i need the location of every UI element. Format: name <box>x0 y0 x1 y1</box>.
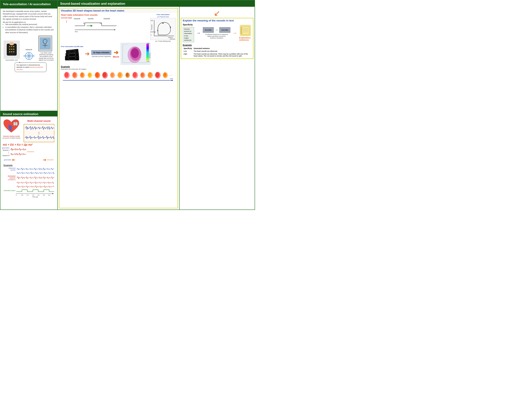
est-states-label: Estimated states <box>4 190 15 191</box>
cardiac-cycle-svg: Diastole S1 Systole S2 Diastole <box>73 17 119 33</box>
viz-title: Visualize 3D heart shapes based on the h… <box>61 9 176 12</box>
bullet-1: Tele-auscultation (by medical personnel) <box>5 23 55 26</box>
desired-amount-text: Desired amount of information in the out… <box>184 28 193 41</box>
vest-svg <box>4 42 20 58</box>
explain-title: Explain the meaning of the sounds in tex… <box>183 19 251 22</box>
current-state-arrow: ↓ <box>66 19 68 23</box>
svg-point-93 <box>73 72 76 77</box>
shape-est-area: 3D shape estimation Gaussian process reg… <box>91 50 111 57</box>
viz-header: Visualize 3D heart shapes based on the h… <box>59 8 178 13</box>
svg-point-4 <box>13 46 14 47</box>
svg-text:150: 150 <box>151 20 153 21</box>
svg-marker-53 <box>114 29 115 30</box>
svg-point-9 <box>11 51 12 52</box>
est-arrow-icon: ➜ <box>43 157 46 163</box>
scroll-svg <box>240 25 250 35</box>
svg-point-95 <box>80 73 83 77</box>
tablet-image <box>38 36 52 51</box>
example-section-left: Example Observed sounds <box>2 163 56 199</box>
encoder-label: Encoder <box>205 29 212 31</box>
arrow-row: generation ➜ ➜ estimation <box>2 157 56 163</box>
row1-spec: Low: <box>183 50 193 52</box>
chart-container: Observed sounds <box>4 167 54 198</box>
estimated-shapes-label: Estimated left ventricular 3D shapes <box>61 68 176 70</box>
sourceN-label: Source N <box>2 155 9 157</box>
source-wave-1 <box>10 148 26 151</box>
down-arrow-icon: ↙ <box>214 9 220 17</box>
arrow-to-shape: ➜ <box>85 51 90 57</box>
tele-content: We developed a wearable sensor array sys… <box>0 8 57 111</box>
right-left-col: Visualize 3D heart shapes based on the h… <box>58 7 179 210</box>
est-wave-2 <box>16 181 54 185</box>
prior-info-1-label: (1) Physical laws <box>157 16 169 18</box>
tele-images: Examination vest Network <box>3 36 55 61</box>
svg-text:1.5: 1.5 <box>32 195 34 196</box>
svg-point-91 <box>65 72 68 77</box>
network-label: Network <box>26 49 32 51</box>
svg-text:Diastole: Diastole <box>104 18 110 20</box>
viz-section: Visualize 3D heart shapes based on the h… <box>59 8 178 208</box>
explain-body: Specificity Desired amount of informatio… <box>181 23 253 43</box>
scroll-output <box>240 25 251 36</box>
multichannel-wave-2 <box>25 135 54 140</box>
svg-text:Low: Low <box>147 61 150 62</box>
sound-source-body: Valvular motion model (a source of heart… <box>0 116 57 210</box>
right-panel: Sound-based visualization and explanatio… <box>58 0 255 210</box>
multichannel-label: Multi-channel sound <box>27 120 51 122</box>
est-wave-3 <box>16 185 54 188</box>
equation: mü + Dú + Ku = Δp πa² <box>3 143 56 146</box>
enc-dec-area: Encoder → Decoder Conditional sequence-t… <box>203 27 231 39</box>
est-source-row-label: Estimated sources (oscillators) <box>4 175 54 180</box>
example-title-left: Example <box>4 164 54 166</box>
svg-text:150 [ml]: 150 [ml] <box>170 38 175 40</box>
orange-arrow-output: → <box>232 30 237 36</box>
est-source-row-2 <box>4 181 54 185</box>
col1-header: Specificity <box>183 47 193 50</box>
svg-point-6 <box>11 49 12 50</box>
table-row-low: Low: The heart sounds are abnormal. <box>183 50 251 52</box>
decoder-box: Decoder <box>219 27 230 33</box>
svg-point-2 <box>9 46 10 47</box>
svg-marker-34 <box>52 193 53 194</box>
est-arrow-label: estimation <box>47 159 54 161</box>
svg-rect-21 <box>40 38 51 49</box>
pv-note: (ex. Frank-Starling low) <box>155 40 171 42</box>
blue-arrow-icon: → <box>196 30 201 36</box>
osc-label: (oscillators) <box>4 179 15 180</box>
sound-source-title: Sound source estimation <box>3 112 55 116</box>
dots-sources: ⋮ <box>7 152 9 154</box>
source-wave-2 <box>10 152 26 156</box>
arrow-to-shape-icon: ➜ <box>85 51 90 57</box>
svg-point-105 <box>118 72 121 77</box>
right-title: Sound-based visualization and explanatio… <box>60 2 252 6</box>
example-explain: Example Specificity Generated sentence <box>181 43 253 59</box>
est-wave-1 <box>16 176 54 180</box>
svg-text:Systole: Systole <box>88 18 94 20</box>
gen-label-1: generation <box>2 147 9 149</box>
svg-point-117 <box>163 73 166 77</box>
svg-point-113 <box>148 72 152 77</box>
movie-label: Movie <box>113 56 119 58</box>
source1-label: Source 1 <box>3 149 9 151</box>
caption-label: Conditional sequence-to-sequence caption… <box>205 34 228 39</box>
current-state-area: Current state ↓ Diastole S1 <box>61 17 149 33</box>
lower-viz: Example Estimated left ventricular 3D sh… <box>59 66 178 84</box>
arrow-to-movie: ➜ Movie <box>113 50 119 58</box>
svg-text:3.0: 3.0 <box>48 195 50 196</box>
svg-text:S1: S1 <box>83 22 85 24</box>
heart-3d-svg: High Low Pressure <box>121 43 150 65</box>
svg-text:Diastole: Diastole <box>74 18 80 20</box>
explain-section: Explain the meaning of the sounds in tex… <box>181 18 253 59</box>
valvular-sub: (a source of heart sound) <box>2 137 21 139</box>
svg-point-103 <box>111 73 114 77</box>
network-icon <box>23 51 35 61</box>
multichannel-wave-1 <box>25 125 54 131</box>
gen-arrow-icon: ➜ <box>12 157 15 163</box>
svg-point-99 <box>95 72 99 77</box>
tablet-label: Can listen while arbitrarily specifying … <box>38 52 54 61</box>
network-section: Network <box>23 49 35 61</box>
shape-est-box: 3D shape estimation <box>91 50 111 55</box>
multichannel-display: ⋮ <box>24 124 54 142</box>
table-header-row: Specificity Generated sentence <box>183 47 251 50</box>
table-row-high: High: The heart sounds are abnormal. The… <box>183 52 251 57</box>
